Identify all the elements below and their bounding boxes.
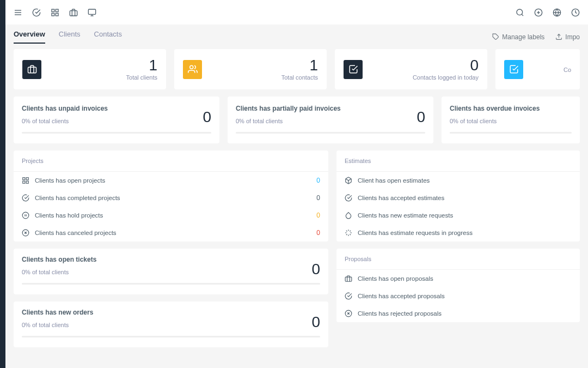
check-icon[interactable]	[32, 8, 41, 17]
open-tickets-value: 0	[311, 261, 320, 278]
invoice-sub: 0% of total clients	[450, 118, 572, 124]
grid-icon	[22, 177, 29, 184]
open-tickets-title: Clients has open tickets	[22, 256, 320, 263]
open-tickets-sub: 0% of total clients	[22, 269, 320, 275]
tab-overview[interactable]: Overview	[14, 30, 45, 44]
manage-labels-text: Manage labels	[502, 33, 544, 41]
projects-panel: Projects Clients has open projects 0 Cli…	[14, 150, 328, 242]
list-item[interactable]: Clients has completed projects 0	[14, 189, 328, 207]
row-label: Clients has completed projects	[35, 195, 120, 201]
stat-label: Co	[564, 67, 571, 73]
list-item[interactable]: Clients has new estimate requests	[336, 207, 580, 224]
pause-icon	[22, 212, 29, 219]
list-item[interactable]: Clients has accepted estimates	[336, 189, 580, 207]
row-label: Clients has open projects	[35, 177, 105, 184]
progress-bar	[22, 283, 320, 285]
invoice-card-1: Clients has partially paid invoices 0% o…	[228, 96, 433, 143]
check-circle-icon	[345, 194, 352, 202]
upload-icon	[555, 33, 562, 40]
clock-icon[interactable]	[571, 8, 580, 17]
menu-icon[interactable]	[14, 8, 22, 17]
invoice-title: Clients has overdue invoices	[450, 105, 572, 112]
row-label: Clients has rejected proposals	[358, 310, 442, 317]
list-item[interactable]: Clients has hold projects 0	[14, 207, 328, 224]
estimates-panel: Estimates Client has open estimates Clie…	[336, 150, 580, 242]
invoice-card-2: Clients has overdue invoices 0% of total…	[442, 96, 580, 143]
progress-bar	[236, 132, 425, 134]
briefcase-icon	[345, 275, 352, 282]
new-orders-sub: 0% of total clients	[22, 322, 320, 328]
open-tickets-card: Clients has open tickets 0% of total cli…	[14, 249, 328, 294]
stat-value: 0	[413, 58, 479, 73]
users-icon	[183, 60, 202, 79]
check-square-icon	[504, 60, 523, 79]
x-circle-icon	[22, 229, 29, 237]
stat-card-3[interactable]: Co	[495, 49, 580, 89]
plus-icon[interactable]	[534, 8, 543, 17]
row-label: Clients has accepted estimates	[358, 195, 444, 201]
estimates-title: Estimates	[336, 150, 580, 172]
stat-card-1[interactable]: 1 Total contacts	[174, 49, 327, 89]
tab-clients[interactable]: Clients	[59, 30, 81, 44]
invoice-sub: 0% of total clients	[22, 118, 211, 124]
search-icon[interactable]	[516, 8, 524, 17]
list-item[interactable]: Clients has estimate requests in progres…	[336, 224, 580, 242]
tab-contacts[interactable]: Contacts	[94, 30, 122, 44]
stat-label: Total contacts	[281, 74, 318, 81]
row-label: Clients has new estimate requests	[358, 212, 453, 219]
invoice-card-0: Clients has unpaid invoices 0% of total …	[14, 96, 219, 143]
manage-labels-link[interactable]: Manage labels	[492, 33, 544, 41]
proposals-title: Proposals	[336, 249, 580, 270]
row-value: 0	[316, 229, 320, 237]
new-orders-title: Clients has new orders	[22, 309, 320, 316]
invoice-value: 0	[203, 108, 211, 126]
row-label: Clients has hold projects	[35, 212, 103, 219]
list-item[interactable]: Clients has rejected proposals	[336, 305, 580, 322]
stat-value: 1	[281, 58, 318, 73]
invoice-row: Clients has unpaid invoices 0% of total …	[14, 96, 580, 143]
row-value: 0	[316, 177, 320, 184]
list-item[interactable]: Clients has accepted proposals	[336, 287, 580, 305]
row-value: 0	[316, 212, 320, 219]
stat-value: 1	[126, 58, 157, 73]
invoice-value: 0	[416, 108, 425, 126]
globe-icon[interactable]	[553, 8, 561, 17]
droplet-icon	[345, 212, 352, 219]
topbar	[5, 0, 588, 25]
import-text: Impo	[565, 33, 580, 41]
row-label: Clients has canceled projects	[35, 230, 117, 236]
invoice-title: Clients has partially paid invoices	[236, 105, 425, 112]
box-icon	[345, 177, 352, 184]
stats-row: 1 Total clients 1 Total contacts 0 Conta…	[14, 49, 580, 89]
check-circle-icon	[345, 292, 352, 300]
stat-label: Total clients	[126, 74, 157, 81]
list-item[interactable]: Client has open estimates	[336, 172, 580, 189]
list-item[interactable]: Clients has open proposals	[336, 270, 580, 287]
row-label: Clients has accepted proposals	[358, 293, 445, 299]
list-item[interactable]: Clients has canceled projects 0	[14, 224, 328, 242]
stat-card-2[interactable]: 0 Contacts logged in today	[335, 49, 487, 89]
list-item[interactable]: Clients has open projects 0	[14, 172, 328, 189]
progress-bar	[450, 132, 572, 134]
check-circle-icon	[22, 194, 29, 202]
projects-title: Projects	[14, 150, 328, 172]
tag-icon	[492, 33, 499, 40]
sidebar[interactable]	[0, 0, 5, 368]
check-square-icon	[344, 60, 363, 79]
invoice-sub: 0% of total clients	[236, 118, 425, 124]
row-label: Clients has open proposals	[358, 275, 433, 282]
row-label: Clients has estimate requests in progres…	[358, 230, 473, 236]
monitor-icon[interactable]	[88, 8, 96, 17]
tabs-bar: Overview Clients Contacts Manage labels …	[14, 27, 580, 49]
briefcase-icon[interactable]	[69, 8, 78, 17]
stat-label: Contacts logged in today	[413, 74, 479, 81]
progress-bar	[22, 336, 320, 337]
import-link[interactable]: Impo	[555, 33, 580, 41]
proposals-panel: Proposals Clients has open proposals Cli…	[336, 249, 580, 322]
new-orders-card: Clients has new orders 0% of total clien…	[14, 301, 328, 347]
progress-bar	[22, 132, 211, 134]
loader-icon	[345, 229, 352, 237]
invoice-title: Clients has unpaid invoices	[22, 105, 211, 112]
stat-card-0[interactable]: 1 Total clients	[14, 49, 166, 89]
grid-icon[interactable]	[51, 8, 59, 17]
